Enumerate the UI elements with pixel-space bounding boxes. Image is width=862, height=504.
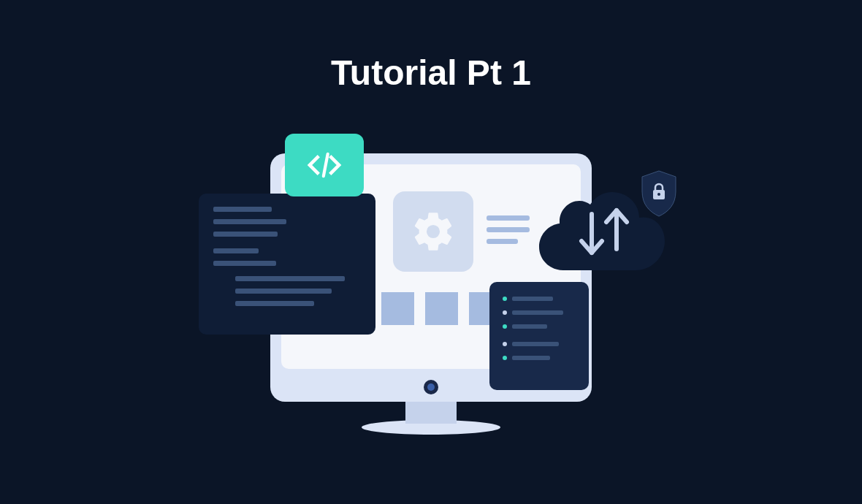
svg-point-3 (657, 193, 660, 196)
webcam-icon (424, 380, 438, 394)
page-title: Tutorial Pt 1 (0, 53, 862, 93)
security-shield-icon (639, 169, 679, 218)
code-brackets-icon (285, 134, 364, 196)
thumbnail-square (381, 292, 414, 325)
hamburger-lines-icon (487, 215, 530, 251)
gear-icon (393, 191, 473, 272)
code-editor-panel (199, 194, 375, 335)
monitor-neck (405, 402, 457, 424)
thumbnail-squares (381, 292, 502, 325)
thumbnail-square (425, 292, 458, 325)
code-snippet-panel (489, 282, 589, 390)
tutorial-illustration (175, 146, 687, 475)
